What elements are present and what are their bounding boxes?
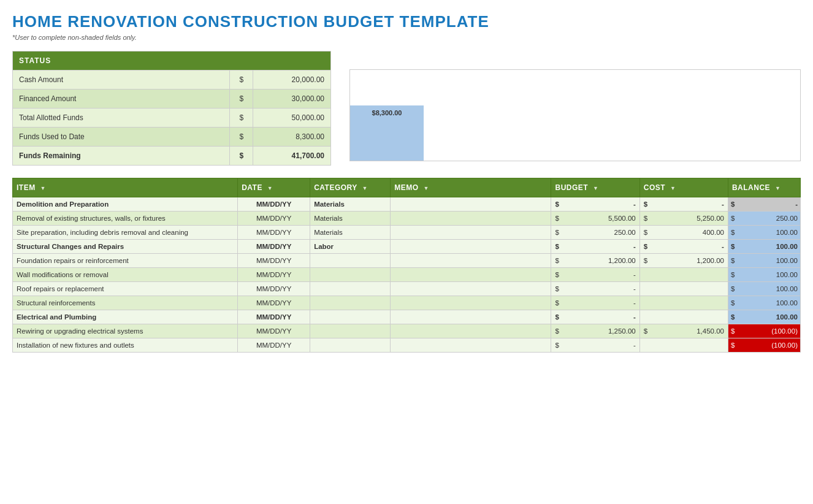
memo-dropdown-icon[interactable]: ▼ [423,185,429,191]
cell-date: MM/DD/YY [238,254,310,268]
cell-balance: $100.00 [728,268,800,282]
cell-budget: $- [551,197,639,212]
cell-cost [639,296,728,310]
chart-bar-label: $8,300.00 [372,109,402,116]
balance-dropdown-icon[interactable]: ▼ [775,185,781,191]
cell-memo [391,324,551,338]
cell-cost [639,268,728,282]
cell-memo [391,197,551,212]
table-row: Installation of new fixtures and outlets… [13,338,801,353]
cell-category: Materials [310,212,391,226]
status-row-total: Total Allotted Funds $ 50,000.00 [13,109,331,128]
cell-category [310,268,391,282]
th-date[interactable]: DATE ▼ [238,178,310,197]
status-label-cash: Cash Amount [13,71,230,90]
status-dollar-financed: $ [230,90,253,109]
cell-date: MM/DD/YY [238,338,310,353]
th-balance[interactable]: BALANCE ▼ [728,178,800,197]
cell-category [310,310,391,324]
cell-item: Rewiring or upgrading electrical systems [13,324,238,338]
status-dollar-cash: $ [230,71,253,90]
status-value-cash: 20,000.00 [253,71,331,90]
cell-balance: $100.00 [728,254,800,268]
cell-date: MM/DD/YY [238,324,310,338]
cell-date: MM/DD/YY [238,310,310,324]
main-table: ITEM ▼ DATE ▼ CATEGORY ▼ MEMO ▼ BUDGET ▼… [12,178,801,353]
cell-date: MM/DD/YY [238,296,310,310]
cell-date: MM/DD/YY [238,212,310,226]
cell-memo [391,226,551,240]
cell-item: Structural reinforcements [13,296,238,310]
cell-category [310,296,391,310]
cell-item: Demolition and Preparation [13,197,238,212]
status-value-financed: 30,000.00 [253,90,331,109]
cell-balance: $100.00 [728,226,800,240]
cell-category: Materials [310,226,391,240]
cell-balance: $100.00 [728,296,800,310]
chart-bar: $8,300.00 [350,105,424,161]
cell-balance: $100.00 [728,310,800,324]
cell-memo [391,254,551,268]
status-row-financed: Financed Amount $ 30,000.00 [13,90,331,109]
cell-budget: $5,500.00 [551,212,639,226]
cell-date: MM/DD/YY [238,240,310,254]
status-dollar-total: $ [230,109,253,128]
cell-memo [391,268,551,282]
subtitle: *User to complete non-shaded fields only… [12,34,801,41]
cell-budget: $250.00 [551,226,639,240]
th-memo[interactable]: MEMO ▼ [391,178,551,197]
th-cost[interactable]: COST ▼ [639,178,728,197]
chart-area: $8,300.00 [349,69,801,161]
cell-budget: $- [551,310,639,324]
page-title: HOME RENOVATION CONSTRUCTION BUDGET TEMP… [12,12,801,31]
th-category[interactable]: CATEGORY ▼ [310,178,391,197]
status-label-total: Total Allotted Funds [13,109,230,128]
table-row: Foundation repairs or reinforcementMM/DD… [13,254,801,268]
budget-dropdown-icon[interactable]: ▼ [593,185,598,191]
cell-category: Labor [310,240,391,254]
cell-cost: $- [639,240,728,254]
cell-balance: $100.00 [728,240,800,254]
status-row-used: Funds Used to Date $ 8,300.00 [13,128,331,147]
cell-item: Wall modifications or removal [13,268,238,282]
cell-cost [639,282,728,296]
item-dropdown-icon[interactable]: ▼ [40,185,46,191]
cell-item: Foundation repairs or reinforcement [13,254,238,268]
status-table: STATUS Cash Amount $ 20,000.00 Financed … [12,51,331,166]
table-row: Structural Changes and RepairsMM/DD/YYLa… [13,240,801,254]
cell-cost: $1,450.00 [639,324,728,338]
cell-category: Materials [310,197,391,212]
category-dropdown-icon[interactable]: ▼ [362,185,367,191]
cost-dropdown-icon[interactable]: ▼ [670,185,676,191]
cell-cost [639,338,728,353]
cell-budget: $- [551,338,639,353]
cell-date: MM/DD/YY [238,282,310,296]
table-row: Wall modifications or removalMM/DD/YY$-$… [13,268,801,282]
cell-item: Electrical and Plumbing [13,310,238,324]
status-label-used: Funds Used to Date [13,128,230,147]
cell-budget: $- [551,268,639,282]
th-item[interactable]: ITEM ▼ [13,178,238,197]
cell-budget: $- [551,282,639,296]
cell-item: Site preparation, including debris remov… [13,226,238,240]
cell-memo [391,310,551,324]
cell-item: Installation of new fixtures and outlets [13,338,238,353]
table-row: Demolition and PreparationMM/DD/YYMateri… [13,197,801,212]
th-budget[interactable]: BUDGET ▼ [551,178,639,197]
cell-balance: $(100.00) [728,338,800,353]
cell-category [310,254,391,268]
cell-cost: $400.00 [639,226,728,240]
cell-category [310,338,391,353]
cell-balance: $- [728,197,800,212]
cell-balance: $100.00 [728,282,800,296]
cell-date: MM/DD/YY [238,268,310,282]
table-row: Removal of existing structures, walls, o… [13,212,801,226]
cell-budget: $1,250.00 [551,324,639,338]
cell-item: Removal of existing structures, walls, o… [13,212,238,226]
cell-budget: $- [551,240,639,254]
status-value-total: 50,000.00 [253,109,331,128]
cell-cost: $- [639,197,728,212]
date-dropdown-icon[interactable]: ▼ [267,185,273,191]
status-dollar-used: $ [230,128,253,147]
status-value-remaining: 41,700.00 [253,147,331,166]
